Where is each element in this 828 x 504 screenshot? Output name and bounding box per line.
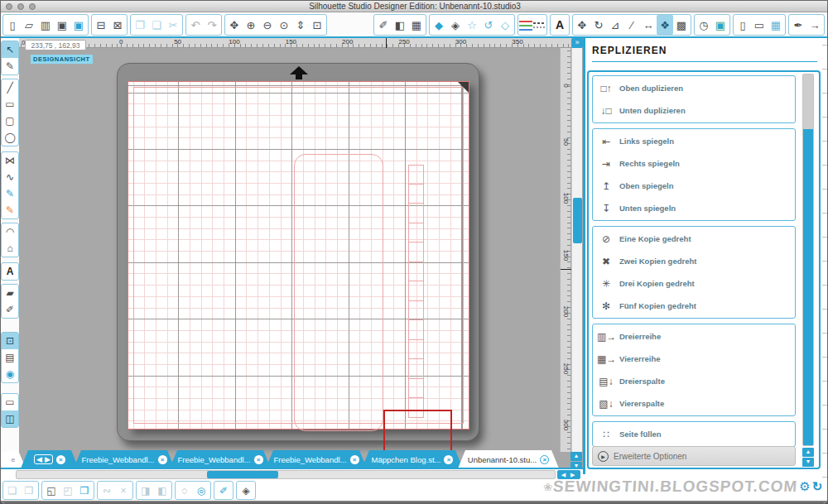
fill-page-item[interactable]: ∷Seite füllen bbox=[593, 423, 795, 445]
fill-color-button[interactable]: ◆ bbox=[431, 15, 447, 35]
panel-scroll-down-button[interactable]: ▼ bbox=[802, 458, 814, 467]
expand-panel-button[interactable]: » bbox=[571, 38, 583, 48]
tab-close-icon[interactable]: × bbox=[254, 455, 263, 464]
undo-button[interactable]: ↶ bbox=[187, 15, 204, 35]
segmented-strip-shape[interactable] bbox=[408, 165, 424, 418]
split-window-button[interactable]: ◫ bbox=[2, 410, 18, 427]
line-color-button[interactable] bbox=[519, 18, 532, 31]
new-document-button[interactable]: ▯ bbox=[4, 15, 21, 35]
delete-button[interactable]: × bbox=[115, 482, 132, 499]
make-compound-path-button[interactable]: ◱ bbox=[43, 482, 60, 499]
replicate-button[interactable]: ❖ bbox=[657, 15, 673, 35]
mirror-left-item[interactable]: ⇤Links spiegeln bbox=[593, 130, 795, 152]
pan-tool-button[interactable]: ✥ bbox=[226, 15, 243, 35]
text-style-button[interactable]: A bbox=[551, 15, 568, 35]
arc-tool[interactable]: ◠ bbox=[2, 223, 18, 240]
emboss-button[interactable]: ◈ bbox=[238, 482, 254, 499]
stamp-button[interactable]: ◷ bbox=[696, 15, 712, 35]
horizontal-scrollbar[interactable] bbox=[16, 470, 556, 479]
fill-settings-button[interactable]: ◧ bbox=[392, 15, 408, 35]
print-button[interactable]: ⊟ bbox=[93, 15, 109, 35]
single-window-button[interactable]: ▭ bbox=[2, 394, 18, 410]
star-options-button[interactable]: ☆ bbox=[464, 15, 480, 35]
knife-tool[interactable]: ✐ bbox=[2, 301, 18, 318]
concentric-button[interactable]: ◎ bbox=[193, 482, 209, 499]
select-tool[interactable]: ↖ bbox=[2, 41, 18, 58]
rounded-rectangle-shape[interactable] bbox=[294, 154, 383, 431]
weld-button[interactable]: ∾ bbox=[99, 482, 115, 499]
canvas-area[interactable]: 050100150200250300350 0 233,75 , 162,93 … bbox=[19, 38, 583, 481]
mat-setup-button[interactable]: ▭ bbox=[751, 15, 768, 35]
offset-button[interactable]: ◌ bbox=[176, 482, 193, 499]
shear-button[interactable]: ∕ bbox=[623, 15, 640, 35]
tab-close-button[interactable]: × bbox=[56, 455, 65, 464]
store-button[interactable]: ◉ bbox=[2, 366, 18, 382]
open-button[interactable]: ▱ bbox=[21, 15, 37, 35]
tab-close-icon[interactable]: × bbox=[540, 455, 549, 464]
save-to-library-button[interactable]: ▣ bbox=[70, 15, 87, 35]
ungroup-button[interactable]: ❐ bbox=[21, 482, 37, 499]
rotate-button[interactable]: ↻ bbox=[590, 15, 607, 35]
design-view-button[interactable]: ⊡ bbox=[2, 333, 18, 349]
rounded-rectangle-tool[interactable]: ▢ bbox=[2, 113, 18, 129]
blade-settings-button[interactable]: ✒ bbox=[790, 15, 806, 35]
open-recent-button[interactable]: ▥ bbox=[37, 15, 54, 35]
zoom-selection-button[interactable]: ⊙ bbox=[276, 15, 292, 35]
horizontal-scrollbar-thumb[interactable] bbox=[207, 471, 278, 478]
freehand-tool[interactable]: ✎ bbox=[2, 185, 18, 202]
align-button[interactable]: ↔ bbox=[640, 15, 657, 35]
copy-button[interactable]: ❐ bbox=[132, 15, 148, 35]
duplicate-above-item[interactable]: □↑Oben duplizieren bbox=[593, 77, 795, 99]
scale-button[interactable]: ⊿ bbox=[607, 15, 623, 35]
release-compound-path-button[interactable]: ◰ bbox=[60, 482, 76, 499]
duplicate-below-item[interactable]: ↓□Unten duplizieren bbox=[593, 99, 795, 122]
mirror-above-item[interactable]: ↥Oben spiegeln bbox=[593, 175, 795, 197]
edit-points-tool[interactable]: ✎ bbox=[2, 58, 18, 74]
curve-tool[interactable]: ∿ bbox=[2, 169, 18, 185]
panel-scroll-up-button[interactable]: ▲ bbox=[802, 448, 814, 457]
duplicate-button[interactable]: ❐ bbox=[76, 482, 93, 499]
zoom-out-button[interactable]: ⊖ bbox=[259, 15, 276, 35]
modify-button[interactable]: ▣ bbox=[712, 15, 729, 35]
fill-picker-button[interactable]: ✐ bbox=[215, 482, 232, 499]
tab-unbenannt-10[interactable]: Unbenannt-10.stu... × bbox=[458, 450, 559, 468]
text-tool[interactable]: A bbox=[2, 263, 18, 280]
row-of-three-item[interactable]: ▥→Dreierreihe bbox=[593, 325, 795, 348]
advanced-options-bar[interactable]: ▶ Erweiterte Optionen bbox=[592, 446, 796, 466]
two-copies-rotated-item[interactable]: ✖Zwei Kopien gedreht bbox=[593, 250, 795, 272]
ellipse-tool[interactable]: ◯ bbox=[2, 129, 18, 146]
one-copy-rotated-item[interactable]: ⊘Eine Kopie gedreht bbox=[593, 228, 795, 250]
cutter-button[interactable]: ⊠ bbox=[109, 15, 126, 35]
zoom-in-button[interactable]: ⊕ bbox=[243, 15, 259, 35]
bring-forward-button[interactable]: ◨ bbox=[137, 482, 154, 499]
tab-close-icon[interactable]: × bbox=[158, 455, 167, 464]
eraser-tool[interactable]: ▰ bbox=[2, 285, 18, 301]
redo-button[interactable]: ↷ bbox=[204, 15, 220, 35]
panel-scrollbar[interactable] bbox=[802, 74, 814, 446]
five-copies-rotated-item[interactable]: ✻Fünf Kopien gedreht bbox=[593, 295, 795, 317]
save-button[interactable]: ▣ bbox=[54, 15, 70, 35]
shadow-button[interactable]: ◈ bbox=[447, 15, 464, 35]
nest-button[interactable]: ▩ bbox=[673, 15, 690, 35]
column-of-four-item[interactable]: ▧↓Viererspalte bbox=[593, 392, 795, 415]
mirror-below-item[interactable]: ↧Unten spiegeln bbox=[593, 197, 795, 219]
tab-maeppchen-blog[interactable]: Mäppchen Blog.st... × bbox=[362, 450, 463, 468]
group-button[interactable]: ❏ bbox=[4, 482, 21, 499]
three-copies-rotated-item[interactable]: ✳Drei Kopien gedreht bbox=[593, 272, 795, 295]
library-button[interactable]: ▤ bbox=[2, 349, 18, 366]
vertical-scrollbar[interactable] bbox=[571, 48, 582, 452]
row-of-four-item[interactable]: ▦→Viererreihe bbox=[593, 348, 795, 370]
design-page[interactable] bbox=[128, 81, 469, 430]
send-backward-button[interactable]: ◧ bbox=[154, 482, 171, 499]
refresh-icon[interactable]: ↻ bbox=[812, 479, 823, 494]
tab-close-icon[interactable]: × bbox=[350, 455, 359, 464]
drag-zoom-button[interactable]: ⇕ bbox=[292, 15, 309, 35]
mirror-right-item[interactable]: ⇥Rechts spiegeln bbox=[593, 152, 795, 175]
rotate-options-button[interactable]: ↺ bbox=[480, 15, 497, 35]
column-of-three-item[interactable]: ▤↓Dreierspalte bbox=[593, 370, 795, 392]
gear-icon[interactable]: ⚙ bbox=[799, 479, 810, 494]
send-to-silhouette-button[interactable]: → bbox=[806, 15, 823, 35]
tab-freebie-webband-2[interactable]: Freebie_Webbandl... × bbox=[170, 450, 271, 468]
line-tool[interactable]: ╱ bbox=[2, 79, 18, 96]
move-button[interactable]: ✥ bbox=[574, 15, 590, 35]
